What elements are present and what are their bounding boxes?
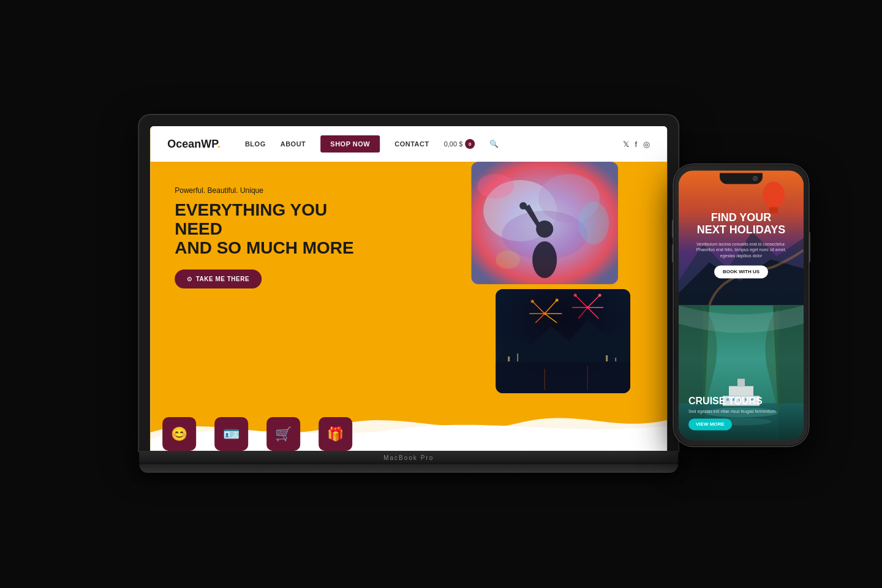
phone-cruise-section: CRUISE TOURS Sed egestas est vitae risus…: [679, 305, 804, 440]
gift-icon: 🎁: [327, 426, 344, 442]
laptop: OceanWP. BLOG ABOUT SHOP NOW CONTACT 0,0…: [139, 115, 678, 473]
phone-holiday-desc: Vestibulum lacinia convallis erat id con…: [688, 241, 794, 259]
holidays-bg-svg: [679, 170, 804, 305]
svg-point-38: [763, 181, 785, 208]
instagram-icon[interactable]: ◎: [643, 140, 650, 149]
cart-icon: 🛒: [275, 426, 292, 442]
cart-price: 0,00 $: [444, 140, 463, 148]
phone-outer: FIND YOUR NEXT HOLIDAYS Vestibulum lacin…: [674, 164, 809, 446]
phone-holiday-title-line2: NEXT HOLIDAYS: [688, 224, 794, 236]
phone-power-button[interactable]: [809, 232, 810, 262]
svg-point-6: [519, 202, 527, 209]
hero-title-line2: AND SO MUCH MORE: [175, 239, 371, 258]
svg-rect-50: [737, 379, 745, 386]
id-card-icon: 🪪: [223, 426, 239, 442]
phone-cruise-desc: Sed egestas est vitae risus feugiat ferm…: [688, 409, 794, 413]
hero-title-line1: EVERYTHING YOU NEED: [175, 201, 371, 239]
icon-card-emoji[interactable]: 😊: [162, 417, 196, 451]
phone-volume-up-button[interactable]: [672, 219, 674, 238]
svg-point-8: [578, 202, 609, 244]
concert-image-svg: [471, 162, 618, 284]
fireworks-image-svg: [496, 289, 630, 393]
phone-view-more-button[interactable]: VIEW MORE: [688, 418, 732, 430]
hero-title: EVERYTHING YOU NEED AND SO MUCH MORE: [175, 201, 371, 257]
laptop-foot: [139, 464, 678, 473]
phone-book-button[interactable]: BOOK WITH US: [714, 265, 768, 278]
phone: FIND YOUR NEXT HOLIDAYS Vestibulum lacin…: [674, 164, 809, 446]
phone-cruise-title: CRUISE TOURS: [688, 396, 794, 407]
phone-holidays-section: FIND YOUR NEXT HOLIDAYS Vestibulum lacin…: [679, 170, 804, 305]
scene: OceanWP. BLOG ABOUT SHOP NOW CONTACT 0,0…: [0, 0, 882, 588]
facebook-icon[interactable]: f: [635, 140, 638, 149]
search-icon[interactable]: 🔍: [489, 140, 499, 148]
svg-point-7: [477, 174, 514, 198]
phone-camera: [753, 176, 758, 181]
nav-logo: OceanWP.: [167, 138, 221, 151]
hero-image-top-content: [471, 162, 618, 284]
phone-volume-down-button[interactable]: [672, 244, 674, 262]
svg-point-29: [574, 294, 577, 297]
icon-card-gift[interactable]: 🎁: [318, 417, 352, 451]
nav-link-about[interactable]: ABOUT: [281, 140, 306, 148]
cta-label: TAKE ME THERE: [196, 276, 249, 282]
svg-rect-36: [615, 358, 616, 361]
phone-notch: [720, 173, 763, 184]
emoji-icon: 😊: [171, 426, 187, 442]
svg-rect-34: [517, 353, 518, 361]
nav-link-blog[interactable]: BLOG: [245, 140, 266, 148]
laptop-base: MacBook Pro: [139, 451, 678, 464]
nav-shop-button[interactable]: SHOP NOW: [320, 135, 380, 153]
phone-screen: FIND YOUR NEXT HOLIDAYS Vestibulum lacin…: [679, 170, 804, 440]
hero: Powerful. Beautiful. Unique EVERYTHING Y…: [150, 162, 667, 451]
phone-holiday-title: FIND YOUR NEXT HOLIDAYS: [688, 212, 794, 236]
twitter-icon[interactable]: 𝕏: [623, 140, 629, 149]
svg-rect-33: [508, 356, 510, 361]
laptop-label: MacBook Pro: [383, 454, 434, 461]
svg-rect-35: [606, 355, 608, 361]
nav-cart[interactable]: 0,00 $ 0: [444, 139, 475, 149]
nav: OceanWP. BLOG ABOUT SHOP NOW CONTACT 0,0…: [150, 126, 667, 162]
laptop-screen: OceanWP. BLOG ABOUT SHOP NOW CONTACT 0,0…: [150, 126, 667, 451]
svg-rect-11: [496, 363, 630, 393]
logo-dot: .: [217, 138, 221, 150]
cart-badge: 0: [465, 139, 475, 149]
nav-link-contact[interactable]: CONTACT: [394, 140, 429, 148]
hero-image-bottom: [496, 289, 630, 393]
laptop-screen-outer: OceanWP. BLOG ABOUT SHOP NOW CONTACT 0,0…: [139, 115, 678, 451]
bottom-icons-row: 😊 🪪 🛒 🎁: [150, 408, 667, 451]
svg-rect-49: [729, 386, 753, 396]
website: OceanWP. BLOG ABOUT SHOP NOW CONTACT 0,0…: [150, 126, 667, 451]
svg-point-9: [496, 251, 520, 269]
svg-point-30: [598, 294, 601, 297]
svg-point-27: [531, 300, 534, 303]
phone-holiday-title-line1: FIND YOUR: [688, 212, 794, 224]
cta-circle-icon: ⊙: [187, 276, 192, 282]
icon-card-cart[interactable]: 🛒: [266, 417, 300, 451]
icon-card-id[interactable]: 🪪: [214, 417, 248, 451]
svg-point-4: [532, 241, 557, 278]
hero-cta-button[interactable]: ⊙ TAKE ME THERE: [175, 270, 262, 288]
nav-social: 𝕏 f ◎: [623, 140, 650, 149]
hero-image-top: [471, 162, 618, 284]
hero-images: [459, 162, 655, 393]
svg-point-28: [556, 299, 559, 302]
